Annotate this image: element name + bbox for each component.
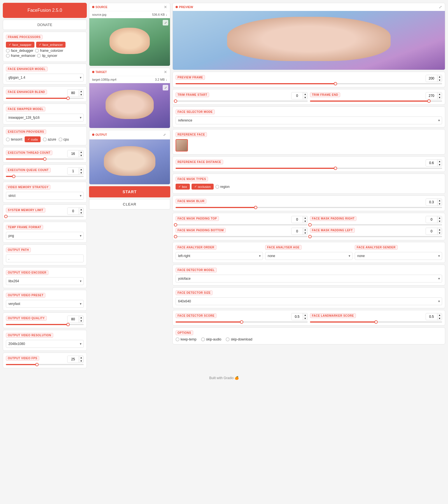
trim-frame-end-up[interactable]: ▲ [437, 92, 442, 96]
padding-top-input[interactable] [291, 216, 303, 223]
trim-frame-start-down[interactable]: ▼ [303, 96, 307, 99]
provider-cuda[interactable]: ✓ cuda [25, 136, 41, 142]
execution-thread-count-slider[interactable] [6, 158, 84, 160]
padding-left-input[interactable] [426, 228, 437, 234]
face-analyser-gender-select[interactable]: none male female [355, 252, 442, 260]
trim-frame-start-input[interactable] [291, 93, 303, 99]
execution-thread-count-down[interactable]: ▼ [79, 154, 83, 157]
face-swapper-model-select[interactable]: inswapper_128_fp16 inswapper_128 [6, 114, 84, 122]
face-detector-size-select[interactable]: 640x640 320x320 160x160 [176, 297, 442, 305]
mask-type-occlusion[interactable]: ✓ occlusion [192, 184, 214, 190]
source-close-button[interactable]: ✕ [164, 5, 167, 9]
preview-frame-input[interactable] [426, 75, 437, 81]
preview-frame-up[interactable]: ▲ [437, 75, 442, 78]
execution-queue-count-input[interactable] [67, 168, 79, 174]
padding-bottom-up[interactable]: ▲ [303, 228, 307, 231]
execution-thread-count-input[interactable] [67, 151, 79, 157]
output-video-quality-down[interactable]: ▼ [79, 319, 83, 323]
processor-frame_enhancer[interactable]: frame_enhancer [6, 54, 35, 58]
system-memory-limit-up[interactable]: ▲ [79, 208, 83, 211]
face-landmarker-score-down[interactable]: ▼ [437, 317, 442, 320]
output-video-preset-select[interactable]: veryfast faster fast medium slow [6, 300, 84, 308]
padding-left-down[interactable]: ▼ [437, 231, 442, 235]
padding-right-up[interactable]: ▲ [437, 216, 442, 220]
option-skip-download[interactable]: skip-download [226, 337, 252, 341]
face-enhancer-blend-down[interactable]: ▼ [79, 93, 83, 96]
padding-bottom-down[interactable]: ▼ [303, 231, 307, 235]
trim-frame-end-slider[interactable] [310, 101, 442, 102]
output-video-quality-slider[interactable] [6, 324, 84, 325]
execution-queue-count-up[interactable]: ▲ [79, 168, 83, 171]
face-detector-score-slider[interactable] [176, 321, 308, 323]
padding-bottom-slider[interactable] [176, 236, 308, 237]
execution-queue-count-slider[interactable] [6, 176, 84, 177]
padding-top-up[interactable]: ▲ [303, 216, 307, 220]
temp-frame-format-select[interactable]: png jpg bmp [6, 232, 84, 240]
padding-top-slider[interactable] [176, 224, 308, 225]
trim-frame-start-up[interactable]: ▲ [303, 92, 307, 96]
target-close-button[interactable]: ✕ [164, 70, 167, 74]
processor-lip_syncer[interactable]: lip_syncer [37, 54, 57, 58]
clear-button[interactable]: CLEAR [89, 199, 170, 209]
padding-right-down[interactable]: ▼ [437, 220, 442, 223]
padding-bottom-input[interactable] [291, 228, 303, 234]
face-analyser-order-select[interactable]: left-right right-left top-bottom bottom-… [176, 252, 263, 260]
execution-thread-count-up[interactable]: ▲ [79, 150, 83, 154]
output-video-quality-input[interactable] [67, 316, 79, 322]
face-analyser-age-select[interactable]: none child teen adult senior [265, 252, 353, 260]
face-mask-blur-slider[interactable] [176, 207, 442, 208]
system-memory-limit-slider[interactable] [6, 216, 84, 217]
face-detector-score-input[interactable] [291, 314, 303, 320]
processor-frame_colorizer[interactable]: frame_colorizer [35, 49, 63, 53]
padding-right-slider[interactable] [310, 224, 442, 225]
face-detector-score-up[interactable]: ▲ [303, 313, 307, 317]
processor-face_swapper[interactable]: ✓ face_swapper [6, 42, 34, 48]
output-expand-button[interactable]: ⤢ [162, 132, 167, 137]
face-detector-score-down[interactable]: ▼ [303, 317, 307, 320]
output-video-quality-up[interactable]: ▲ [79, 316, 83, 319]
processor-face_debugger[interactable]: face_debugger [6, 49, 33, 53]
preview-expand-button[interactable]: ⤢ [439, 5, 442, 9]
padding-left-up[interactable]: ▲ [437, 228, 442, 231]
output-video-resolution-select[interactable]: 2048x1080 1920x1080 1280x720 [6, 340, 84, 348]
face-enhancer-blend-up[interactable]: ▲ [79, 90, 83, 93]
face-mask-blur-up[interactable]: ▲ [437, 199, 442, 202]
output-video-fps-input[interactable] [67, 356, 79, 362]
provider-cpu[interactable]: cpu [59, 137, 69, 141]
reference-face-distance-down[interactable]: ▼ [437, 163, 442, 166]
donate-button[interactable]: DONATE [3, 20, 87, 30]
output-video-encoder-select[interactable]: libx264 libx265 libvpx-vp9 [6, 277, 84, 285]
execution-queue-count-down[interactable]: ▼ [79, 171, 83, 174]
face-selector-mode-select[interactable]: reference one many [176, 116, 442, 124]
processor-face_enhancer[interactable]: ✓ face_enhancer [36, 42, 66, 48]
target-expand-button[interactable]: ⤢ [163, 85, 168, 90]
output-video-fps-up[interactable]: ▲ [79, 356, 83, 359]
trim-frame-start-slider[interactable] [176, 101, 308, 102]
face-detector-model-select[interactable]: yoloface retinaface scrfd yunet [176, 275, 442, 283]
face-mask-blur-down[interactable]: ▼ [437, 202, 442, 206]
face-landmarker-score-slider[interactable] [310, 321, 442, 323]
source-expand-button[interactable]: ⤢ [163, 20, 168, 25]
option-keep-temp[interactable]: keep-temp [176, 337, 197, 341]
face-enhancer-model-select[interactable]: gfpgan_1.4 gfpgan_1.3 codeformer [6, 74, 84, 81]
face-mask-blur-input[interactable] [426, 199, 437, 205]
system-memory-limit-down[interactable]: ▼ [79, 211, 83, 214]
trim-frame-end-input[interactable] [426, 93, 437, 99]
padding-right-input[interactable] [426, 216, 437, 223]
system-memory-limit-input[interactable] [67, 208, 79, 214]
preview-frame-slider[interactable] [176, 83, 442, 84]
start-button[interactable]: START [89, 186, 170, 197]
trim-frame-end-down[interactable]: ▼ [437, 96, 442, 99]
output-video-fps-down[interactable]: ▼ [79, 359, 83, 363]
reference-face-distance-input[interactable] [426, 160, 437, 166]
padding-left-slider[interactable] [310, 236, 442, 237]
padding-top-down[interactable]: ▼ [303, 220, 307, 223]
face-landmarker-score-up[interactable]: ▲ [437, 313, 442, 317]
reference-face-distance-slider[interactable] [176, 168, 442, 169]
face-enhancer-blend-input[interactable] [67, 90, 79, 96]
provider-tensorrt[interactable]: tensorrt [6, 137, 22, 141]
preview-frame-down[interactable]: ▼ [437, 78, 442, 82]
mask-type-region[interactable]: region [215, 184, 230, 190]
mask-type-box[interactable]: ✓ box [176, 184, 190, 190]
provider-azure[interactable]: azure [43, 137, 56, 141]
